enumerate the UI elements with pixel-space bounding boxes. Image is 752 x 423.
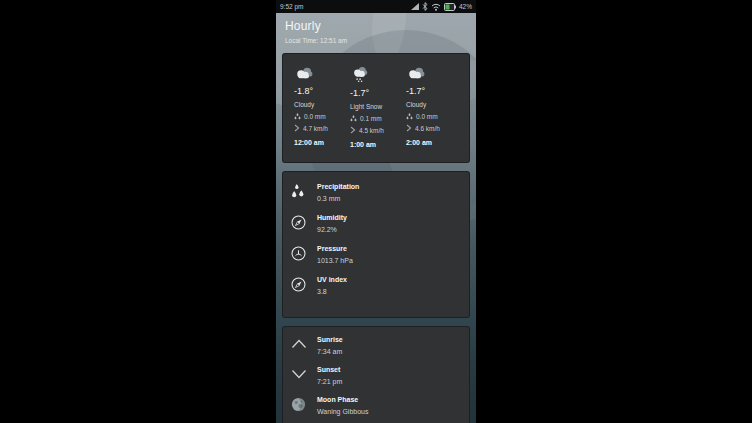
raindrop-icon <box>294 113 301 120</box>
hour-column[interactable]: -1.7° Light Snow 0.1 mm 4.5 km/h <box>348 66 404 162</box>
hour-temp: -1.7° <box>350 88 369 98</box>
light-snow-icon <box>350 66 371 83</box>
moon-value: Waning Gibbous <box>317 408 369 415</box>
hour-temp: -1.8° <box>294 86 313 96</box>
raindrop-icon <box>350 115 357 122</box>
battery-percent: 42% <box>459 3 472 10</box>
uv-index-icon <box>291 276 309 295</box>
detail-value: 1013.7 hPa <box>317 257 353 264</box>
hour-precipitation: 0.0 mm <box>416 113 438 120</box>
hour-wind: 4.5 km/h <box>359 127 384 134</box>
detail-label: Pressure <box>317 245 353 252</box>
detail-value: 92.2% <box>317 226 347 233</box>
weather-details-card[interactable]: Precipitation 0.3 mm Humidity 92.2% <box>282 171 470 318</box>
hour-column[interactable]: -1.7° Cloudy 0.0 mm 4.6 km/h 2:0 <box>404 66 460 162</box>
sun-value: 7:21 pm <box>317 378 342 385</box>
phone-screen: 9:52 pm <box>276 0 476 423</box>
wifi-icon <box>431 3 441 11</box>
status-time: 9:52 pm <box>280 3 304 10</box>
hour-condition: Light Snow <box>350 103 382 110</box>
moon-label: Moon Phase <box>317 396 369 403</box>
detail-label: Precipitation <box>317 183 359 190</box>
hourly-forecast-card[interactable]: -1.8° Cloudy 0.0 mm 4.7 km/h 12: <box>282 53 470 163</box>
sun-label: Sunset <box>317 366 342 373</box>
hour-time: 2:00 am <box>406 139 432 146</box>
hour-time: 1:00 am <box>350 141 376 148</box>
humidity-icon <box>291 214 309 233</box>
cloudy-icon <box>294 66 315 81</box>
battery-icon <box>444 3 456 11</box>
detail-row-precipitation: Precipitation 0.3 mm <box>291 183 461 202</box>
wind-direction-icon <box>406 124 412 132</box>
hour-wind: 4.6 km/h <box>415 125 440 132</box>
hour-temp: -1.7° <box>406 86 425 96</box>
cellular-signal-icon <box>411 3 419 10</box>
detail-label: Humidity <box>317 214 347 221</box>
detail-row-pressure: Pressure 1013.7 hPa <box>291 245 461 264</box>
sun-row-sunrise: Sunrise 7:34 am <box>291 336 461 355</box>
pressure-icon <box>291 245 309 264</box>
wind-direction-icon <box>294 124 300 132</box>
raindrop-icon <box>406 113 413 120</box>
bluetooth-icon <box>422 2 428 11</box>
wind-direction-icon <box>350 126 356 134</box>
sun-row-sunset: Sunset 7:21 pm <box>291 366 461 385</box>
hour-time: 12:00 am <box>294 139 324 146</box>
sun-label: Sunrise <box>317 336 343 343</box>
hour-precipitation: 0.0 mm <box>304 113 326 120</box>
local-time: Local Time: 12:51 am <box>285 37 347 44</box>
sunrise-icon <box>291 336 309 355</box>
sun-moon-card[interactable]: Sunrise 7:34 am Sunset 7:21 pm <box>282 326 470 423</box>
hour-condition: Cloudy <box>294 101 314 108</box>
detail-row-uv-index: UV index 3.8 <box>291 276 461 295</box>
moon-phase-icon <box>291 396 309 415</box>
status-bar: 9:52 pm <box>276 0 476 13</box>
sunset-icon <box>291 366 309 385</box>
screenshot-stage: 9:52 pm <box>0 0 752 423</box>
detail-value: 3.8 <box>317 288 347 295</box>
page-title: Hourly <box>285 19 347 33</box>
hour-precipitation: 0.1 mm <box>360 115 382 122</box>
cloudy-icon <box>406 66 427 81</box>
sun-value: 7:34 am <box>317 348 343 355</box>
hour-column[interactable]: -1.8° Cloudy 0.0 mm 4.7 km/h 12: <box>292 66 348 162</box>
detail-label: UV index <box>317 276 347 283</box>
hour-condition: Cloudy <box>406 101 426 108</box>
precipitation-icon <box>291 183 309 202</box>
detail-row-humidity: Humidity 92.2% <box>291 214 461 233</box>
page-header: Hourly Local Time: 12:51 am <box>285 19 347 44</box>
hour-wind: 4.7 km/h <box>303 125 328 132</box>
sun-row-moon-phase: Moon Phase Waning Gibbous <box>291 396 461 415</box>
detail-value: 0.3 mm <box>317 195 359 202</box>
